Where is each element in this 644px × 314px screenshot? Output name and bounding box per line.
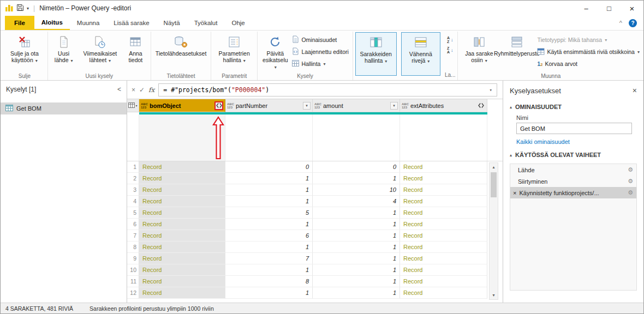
help-icon[interactable]: ? bbox=[629, 19, 637, 27]
manage-parameters-button[interactable]: Parametrien hallinta ▾ bbox=[213, 32, 255, 73]
cell-partNumber[interactable]: 6 bbox=[225, 230, 313, 241]
reduce-rows-button[interactable]: Vähennä rivejä ▾ bbox=[401, 32, 440, 76]
data-source-settings-button[interactable]: Tietolähdeasetukset bbox=[153, 32, 209, 73]
formula-cancel-icon[interactable]: × bbox=[132, 86, 135, 94]
tab-lisaa-sarake[interactable]: Lisää sarake bbox=[106, 16, 156, 30]
cell-partNumber[interactable]: 1 bbox=[225, 264, 313, 276]
cell-amount[interactable]: 1 bbox=[313, 207, 400, 219]
filter-dropdown-icon[interactable]: ▾ bbox=[390, 102, 398, 110]
quick-access-dropdown-icon[interactable]: ▾ bbox=[27, 6, 29, 11]
cell-partNumber[interactable]: 1 bbox=[225, 219, 313, 230]
cell-extAttributes[interactable]: Record bbox=[400, 276, 487, 287]
cell-bomObject[interactable]: Record bbox=[139, 207, 225, 219]
cell-amount[interactable]: 1 bbox=[313, 287, 400, 299]
cell-partNumber[interactable]: 0 bbox=[225, 161, 313, 173]
manage-columns-button[interactable]: Sarakkeiden hallinta ▾ bbox=[355, 32, 397, 76]
column-header-extAttributes[interactable]: ABC123extAttributes bbox=[400, 99, 487, 112]
expand-column-icon[interactable] bbox=[214, 101, 223, 110]
cell-extAttributes[interactable]: Record bbox=[400, 241, 487, 253]
expand-formula-bar-icon[interactable]: ▾ bbox=[490, 87, 492, 93]
scroll-thumb[interactable] bbox=[491, 172, 497, 197]
cell-partNumber[interactable]: 7 bbox=[225, 253, 313, 264]
filter-dropdown-icon[interactable]: ▾ bbox=[303, 102, 311, 110]
sort-ascending-button[interactable]: AZ ↓ bbox=[447, 36, 454, 44]
cell-amount[interactable]: 1 bbox=[313, 264, 400, 276]
applied-step[interactable]: Lähde⚙ bbox=[510, 164, 636, 176]
all-properties-link[interactable]: Kaikki ominaisuudet bbox=[503, 134, 643, 146]
row-number[interactable]: 3 bbox=[127, 184, 139, 196]
tab-aloitus[interactable]: Aloitus bbox=[34, 16, 70, 30]
cell-partNumber[interactable]: 5 bbox=[225, 207, 313, 219]
cell-partNumber[interactable]: 1 bbox=[225, 184, 313, 196]
row-number[interactable]: 8 bbox=[127, 241, 139, 253]
cell-extAttributes[interactable]: Record bbox=[400, 184, 487, 196]
refresh-preview-button[interactable]: Päivitä esikatselu ▾ bbox=[260, 32, 290, 73]
sort-descending-button[interactable]: ZA ↓ bbox=[447, 46, 454, 54]
cell-extAttributes[interactable]: Record bbox=[400, 173, 487, 184]
data-type-button[interactable]: Tietotyyppi: Mikä tahansa▾ bbox=[535, 34, 609, 46]
close-button[interactable]: × bbox=[621, 1, 643, 16]
cell-amount[interactable]: 1 bbox=[313, 219, 400, 230]
enter-data-button[interactable]: Anna tiedot bbox=[123, 32, 148, 73]
use-first-row-as-headers-button[interactable]: Käytä ensimmäistä riviä otsikkoina▾ bbox=[535, 46, 641, 58]
manage-button[interactable]: Hallinta▾ bbox=[290, 58, 327, 70]
properties-section-header[interactable]: ▴ OMINAISUUDET bbox=[503, 98, 643, 112]
maximize-button[interactable]: □ bbox=[598, 1, 621, 16]
scroll-down-icon[interactable]: ▾ bbox=[490, 291, 498, 299]
replace-values-button[interactable]: 12 Korvaa arvot bbox=[535, 58, 579, 70]
row-number[interactable]: 1 bbox=[127, 161, 139, 173]
row-number[interactable]: 9 bbox=[127, 253, 139, 264]
cell-bomObject[interactable]: Record bbox=[139, 230, 225, 241]
cell-extAttributes[interactable]: Record bbox=[400, 207, 487, 219]
cell-amount[interactable]: 1 bbox=[313, 230, 400, 241]
cell-amount[interactable]: 0 bbox=[313, 161, 400, 173]
row-number[interactable]: 10 bbox=[127, 264, 139, 276]
save-icon[interactable] bbox=[16, 4, 24, 13]
cell-amount[interactable]: 1 bbox=[313, 241, 400, 253]
query-name-input[interactable] bbox=[516, 123, 632, 134]
row-number[interactable]: 2 bbox=[127, 173, 139, 184]
cell-bomObject[interactable]: Record bbox=[139, 264, 225, 276]
cell-amount[interactable]: 4 bbox=[313, 196, 400, 207]
tab-nayta[interactable]: Näytä bbox=[157, 16, 187, 30]
cell-extAttributes[interactable]: Record bbox=[400, 196, 487, 207]
tab-muunna[interactable]: Muunna bbox=[70, 16, 107, 30]
cell-bomObject[interactable]: Record bbox=[139, 219, 225, 230]
close-pane-icon[interactable]: × bbox=[633, 86, 637, 95]
minimize-button[interactable]: – bbox=[575, 1, 598, 16]
cell-bomObject[interactable]: Record bbox=[139, 196, 225, 207]
split-column-button[interactable]: Jaa sarake osiin ▾ bbox=[460, 32, 498, 73]
new-source-button[interactable]: Uusi lähde ▾ bbox=[50, 32, 77, 73]
step-settings-gear-icon[interactable]: ⚙ bbox=[628, 189, 633, 196]
cell-amount[interactable]: 1 bbox=[313, 253, 400, 264]
cell-bomObject[interactable]: Record bbox=[139, 241, 225, 253]
cell-amount[interactable]: 10 bbox=[313, 184, 400, 196]
tab-file[interactable]: File bbox=[5, 16, 34, 30]
applied-step[interactable]: Siirtyminen⚙ bbox=[510, 176, 636, 187]
cell-extAttributes[interactable]: Record bbox=[400, 264, 487, 276]
row-number[interactable]: 11 bbox=[127, 276, 139, 287]
delete-step-icon[interactable]: × bbox=[513, 190, 516, 196]
cell-bomObject[interactable]: Record bbox=[139, 253, 225, 264]
cell-bomObject[interactable]: Record bbox=[139, 287, 225, 299]
group-by-button[interactable]: Ryhmittelyperuste bbox=[498, 32, 535, 73]
formula-input[interactable]: = #"projects/bom"("P000004") ▾ bbox=[158, 83, 497, 96]
row-number[interactable]: 6 bbox=[127, 219, 139, 230]
tab-ohje[interactable]: Ohje bbox=[224, 16, 252, 30]
step-settings-gear-icon[interactable]: ⚙ bbox=[628, 166, 633, 173]
cell-amount[interactable]: 1 bbox=[313, 276, 400, 287]
select-all-corner[interactable]: ▾ bbox=[127, 99, 139, 112]
cell-partNumber[interactable]: 1 bbox=[225, 196, 313, 207]
cell-extAttributes[interactable]: Record bbox=[400, 161, 487, 173]
cell-bomObject[interactable]: Record bbox=[139, 276, 225, 287]
step-settings-gear-icon[interactable]: ⚙ bbox=[628, 178, 633, 185]
cell-partNumber[interactable]: 8 bbox=[225, 276, 313, 287]
collapse-ribbon-icon[interactable]: ^ bbox=[619, 20, 622, 26]
cell-partNumber[interactable]: 1 bbox=[225, 287, 313, 299]
cell-amount[interactable]: 1 bbox=[313, 173, 400, 184]
column-header-partNumber[interactable]: ABC123partNumber▾ bbox=[225, 99, 313, 112]
row-number[interactable]: 12 bbox=[127, 287, 139, 299]
cell-bomObject[interactable]: Record bbox=[139, 173, 225, 184]
row-number[interactable]: 5 bbox=[127, 207, 139, 219]
row-number[interactable]: 4 bbox=[127, 196, 139, 207]
